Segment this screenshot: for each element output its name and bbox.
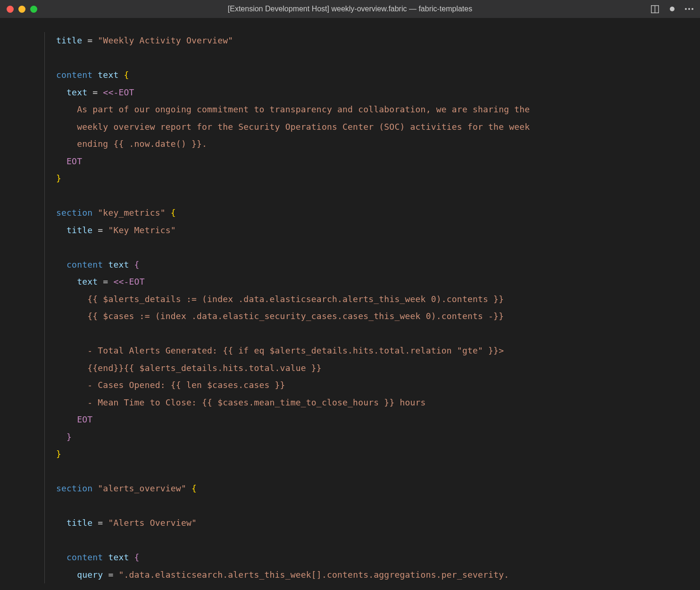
code-content[interactable]: title = "Weekly Activity Overview" conte… (45, 32, 530, 583)
titlebar-actions (650, 5, 693, 14)
traffic-lights (7, 6, 37, 13)
maximize-window-button[interactable] (30, 6, 37, 13)
code-token: title (56, 35, 82, 45)
code-token: "Weekly Activity Overview" (98, 35, 233, 45)
code-text: weekly overview report for the Security … (77, 122, 530, 132)
split-editor-icon[interactable] (650, 5, 659, 14)
code-token: "Alerts Overview" (108, 518, 197, 528)
code-token (92, 208, 98, 218)
editor-gutter (0, 32, 45, 583)
window-title: [Extension Development Host] weekly-over… (228, 5, 472, 13)
code-token: EOT (129, 277, 145, 287)
code-token: EOT (118, 87, 134, 97)
code-token: EOT (77, 414, 92, 424)
code-token: query (77, 570, 103, 580)
code-token: "key_metrics" (98, 208, 165, 218)
code-token: text (67, 87, 87, 97)
code-token (118, 70, 124, 80)
code-text: - Total Alerts Generated: {{ if eq $aler… (87, 346, 504, 355)
unsaved-indicator-icon[interactable] (670, 7, 675, 11)
code-token: } (56, 449, 61, 459)
code-token: = (103, 570, 118, 580)
more-actions-icon[interactable] (685, 8, 693, 10)
indent-guide (44, 32, 45, 583)
code-token: { (134, 552, 140, 562)
code-token: content (67, 260, 103, 270)
code-token: = (87, 87, 103, 97)
code-token: "alerts_overview" (98, 483, 186, 493)
code-token: { (124, 70, 129, 80)
code-token: title (67, 225, 92, 235)
code-token: = (92, 518, 108, 528)
code-token: content (56, 70, 92, 80)
window-titlebar: [Extension Development Host] weekly-over… (0, 0, 700, 18)
code-token: text (92, 70, 118, 80)
code-token: { (171, 208, 176, 218)
code-token (129, 260, 134, 270)
code-text: {{ $cases := (index .data.elastic_securi… (87, 311, 504, 321)
code-token: { (192, 483, 197, 493)
code-token: "Key Metrics" (108, 225, 175, 235)
code-token: <<- (113, 277, 129, 287)
code-editor[interactable]: title = "Weekly Activity Overview" conte… (0, 18, 700, 583)
code-token: ".data.elasticsearch.alerts_this_week[].… (118, 570, 509, 580)
code-token (129, 552, 134, 562)
code-token: section (56, 483, 92, 493)
code-token: title (67, 518, 92, 528)
code-text: - Mean Time to Close: {{ $cases.mean_tim… (87, 397, 425, 407)
code-text: {{ $alerts_details := (index .data.elast… (87, 294, 504, 304)
code-token: } (67, 432, 72, 442)
code-text: As part of our ongoing commitment to tra… (77, 104, 530, 114)
code-token: = (92, 225, 108, 235)
code-token: text (77, 277, 98, 287)
code-token: text (103, 552, 129, 562)
code-token: } (56, 173, 61, 183)
code-token (92, 483, 98, 493)
code-token: text (103, 260, 129, 270)
code-token: <<- (103, 87, 118, 97)
code-text: - Cases Opened: {{ len $cases.cases }} (87, 380, 285, 390)
close-window-button[interactable] (7, 6, 14, 13)
code-text: {{end}}{{ $alerts_details.hits.total.val… (87, 363, 322, 373)
code-token (166, 208, 171, 218)
minimize-window-button[interactable] (18, 6, 25, 13)
code-token: EOT (67, 156, 82, 166)
code-text: ending {{ .now.date() }}. (77, 139, 207, 149)
code-token: content (67, 552, 103, 562)
code-token: section (56, 208, 92, 218)
code-token (186, 483, 192, 493)
code-token: = (98, 277, 113, 287)
code-token: { (134, 260, 140, 270)
code-token: = (82, 35, 98, 45)
